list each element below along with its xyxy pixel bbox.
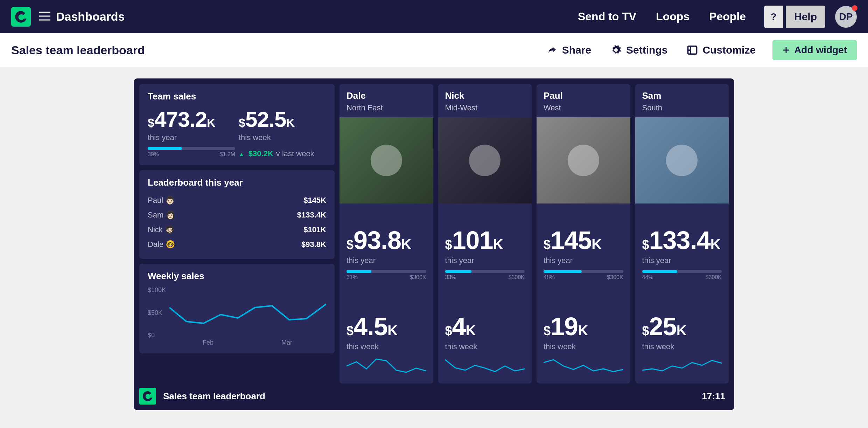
person-name: Paul [544,90,623,101]
help-button[interactable]: Help [786,6,825,28]
team-sales-delta: $30.2K v last week [239,149,326,158]
customize-icon [687,45,698,55]
person-week-value: $19K [544,312,623,341]
person-week-value: $25K [642,312,722,341]
notification-dot-icon [852,5,858,11]
person-year-value: $101K [445,226,525,255]
person-photo [635,117,729,203]
help-question-button[interactable]: ? [764,6,783,28]
avatar-initials: DP [839,11,853,22]
person-region: South [642,103,722,112]
footer-clock: 17:11 [702,391,729,402]
hamburger-icon [39,12,50,21]
plus-icon [782,46,790,54]
dashboard: Team sales $473.2K this year 39%$1.2M $5… [134,78,734,410]
customize-button[interactable]: Customize [687,44,756,56]
person-region: North East [346,103,426,112]
menu-button[interactable] [39,12,50,22]
person-card: Paul West $145K this year 48%$300K $19K … [537,84,630,384]
person-progress [544,270,623,273]
nav-loops[interactable]: Loops [656,10,690,23]
person-sparkline [445,355,525,377]
person-progress [346,270,426,273]
person-card: Nick Mid-West $101K this year 33%$300K $… [438,84,532,384]
dashboard-footer: Sales team leaderboard 17:11 [139,388,729,405]
person-week-value: $4.5K [346,312,426,341]
topbar: Dashboards Send to TV Loops People ? Hel… [0,0,868,33]
person-photo [438,117,532,203]
team-sales-week-value: $52.5K [239,107,326,132]
nav-people[interactable]: People [709,10,746,23]
person-region: Mid-West [445,103,525,112]
weekly-sales-chart [169,287,326,339]
person-progress [445,270,525,273]
team-sales-year-value: $473.2K [148,107,235,132]
team-sales-card: Team sales $473.2K this year 39%$1.2M $5… [139,84,335,165]
share-icon [547,45,557,55]
footer-logo-icon [139,388,156,405]
person-card: Sam South $133.4K this year 44%$300K $25… [635,84,729,384]
share-button[interactable]: Share [547,44,591,56]
person-sparkline [346,355,426,377]
person-photo [537,117,630,203]
person-year-value: $133.4K [642,226,722,255]
person-sparkline [544,355,623,377]
person-region: West [544,103,623,112]
person-card: Dale North East $93.8K this year 31%$300… [340,84,433,384]
person-name: Dale [346,90,426,101]
app-logo[interactable] [11,7,31,27]
person-photo [340,117,433,203]
gear-icon [611,45,621,55]
person-name: Sam [642,90,722,101]
team-sales-progress [148,147,235,150]
weekly-sales-card: Weekly sales $100K $50K $0 Feb Mar [139,264,335,353]
person-week-value: $4K [445,312,525,341]
subbar: Sales team leaderboard Share Settings Cu… [0,33,868,67]
avatar[interactable]: DP [835,6,857,28]
page-title: Sales team leaderboard [11,43,145,57]
team-sales-title: Team sales [148,91,326,102]
leaderboard-row: Dale 🤓$93.8K [148,237,326,252]
person-sparkline [642,355,722,377]
person-progress [642,270,722,273]
nav-send-to-tv[interactable]: Send to TV [578,10,636,23]
logo-swirl-icon [14,10,28,24]
person-year-value: $93.8K [346,226,426,255]
leaderboard-row: Paul 👨🏻$145K [148,193,326,208]
leaderboard-row: Nick 🧔🏻$101K [148,222,326,237]
topbar-section-title: Dashboards [56,10,125,23]
person-name: Nick [445,90,525,101]
leaderboard-row: Sam 👩🏻$133.4K [148,208,326,222]
settings-button[interactable]: Settings [611,44,667,56]
add-widget-button[interactable]: Add widget [772,40,857,60]
leaderboard-card: Leaderboard this year Paul 👨🏻$145K Sam 👩… [139,170,335,259]
person-year-value: $145K [544,226,623,255]
